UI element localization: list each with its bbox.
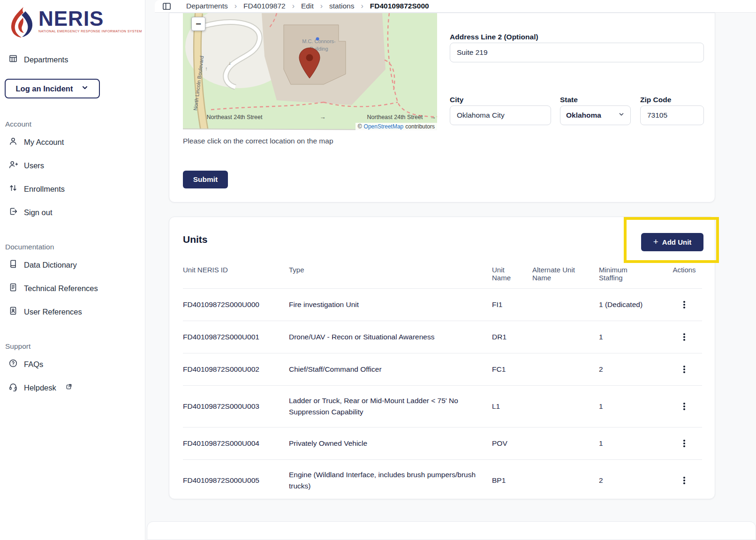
col-header-actions: Actions (666, 261, 702, 289)
log-incident-button[interactable]: Log an Incident (5, 79, 100, 98)
unit-table-row: FD40109872S000U005 Engine (Wildland Inte… (183, 460, 702, 502)
sidebar-item-label: Helpdesk (24, 383, 56, 392)
min-staffing-cell: 1 (599, 321, 666, 353)
sidebar-item-technical-references[interactable]: Technical References (0, 277, 145, 300)
svg-text:↑: ↑ (205, 66, 208, 71)
sidebar-item-departments[interactable]: Departments (0, 49, 145, 70)
section-label-account: Account (0, 118, 145, 130)
city-input[interactable] (450, 105, 551, 125)
unit-neris-id-cell: FD40109872S000U001 (183, 321, 289, 353)
map-attribution: © OpenStreetMap contributors (355, 123, 437, 131)
state-select[interactable]: Oklahoma (560, 105, 631, 125)
station-form-card: ↓ ↑ M.C. Connors- Building North Lincoln… (169, 13, 715, 202)
openstreetmap-link[interactable]: OpenStreetMap (364, 123, 404, 130)
unit-table-row: FD40109872S000U002 Chief/Staff/Command O… (183, 353, 702, 386)
svg-text:↓: ↓ (228, 60, 231, 66)
unit-table-row: FD40109872S000U001 Drone/UAV - Recon or … (183, 321, 702, 353)
logo-subtitle: NATIONAL EMERGENCY RESPONSE INFORMATION … (38, 30, 142, 33)
map-arrow: → (430, 113, 436, 120)
alt-unit-name-cell (532, 321, 599, 353)
row-actions-kebab-button[interactable] (678, 298, 691, 311)
sidebar-item-label: Sign out (24, 208, 53, 217)
sidebar-item-label: FAQs (24, 360, 43, 369)
unit-type-cell: Fire investigation Unit (289, 289, 492, 321)
units-table-header-row: Unit NERIS ID Type Unit Name Alternate U… (183, 261, 702, 289)
sign-out-icon (8, 207, 18, 218)
breadcrumb-separator: › (320, 2, 323, 10)
breadcrumb-edit[interactable]: Edit (301, 2, 314, 10)
col-header-alternate-unit-name: Alternate Unit Name (532, 261, 599, 289)
map-street-label: Northeast 24th Street (207, 114, 263, 120)
unit-name-cell: FC1 (492, 353, 532, 386)
sidebar-item-enrollments[interactable]: Enrollments (0, 177, 145, 201)
external-link-icon (62, 383, 72, 392)
departments-grid-icon (8, 54, 18, 65)
row-actions-kebab-button[interactable] (678, 474, 691, 487)
section-label-documentation: Documentation (0, 241, 145, 253)
unit-type-cell: Chief/Staff/Command Officer (289, 353, 492, 386)
row-actions-kebab-button[interactable] (678, 363, 691, 376)
unit-name-cell: FI1 (492, 289, 532, 321)
alt-unit-name-cell (532, 460, 599, 502)
sidebar-item-label: User References (24, 308, 82, 316)
sidebar-item-users[interactable]: Users (0, 154, 145, 177)
sidebar-item-faqs[interactable]: FAQs (0, 352, 145, 376)
sidebar-item-label: Users (24, 161, 44, 170)
row-actions-kebab-button[interactable] (678, 400, 691, 413)
map-arrow: → (320, 113, 326, 120)
zip-code-input[interactable] (640, 105, 704, 125)
address-line2-input[interactable] (450, 43, 704, 62)
sidebar: NERIS NATIONAL EMERGENCY RESPONSE INFORM… (0, 0, 145, 540)
sidebar-item-user-references[interactable]: User References (0, 300, 145, 323)
row-actions-kebab-button[interactable] (678, 330, 691, 344)
unit-neris-id-cell: FD40109872S000U000 (183, 289, 289, 321)
breadcrumb-bar: Departments › FD40109872 › Edit › statio… (155, 0, 756, 13)
breadcrumb-separator: › (292, 2, 295, 10)
breadcrumb-department-id[interactable]: FD40109872 (243, 2, 286, 10)
headset-icon (8, 382, 18, 393)
breadcrumb-departments[interactable]: Departments (186, 2, 228, 10)
user-plus-icon (8, 160, 18, 171)
alt-unit-name-cell (532, 428, 599, 460)
zip-code-label: Zip Code (640, 96, 671, 104)
sidebar-item-helpdesk[interactable]: Helpdesk (0, 376, 145, 399)
breadcrumb-stations[interactable]: stations (329, 2, 354, 10)
flame-logo-icon (8, 6, 37, 41)
state-label: State (560, 96, 578, 104)
sidebar-toggle-button[interactable] (162, 1, 172, 11)
location-map[interactable]: ↓ ↑ M.C. Connors- Building North Lincoln… (183, 13, 437, 131)
submit-button[interactable]: Submit (183, 171, 228, 188)
unit-type-cell: Engine (Wildland Interface, includes bru… (289, 460, 492, 502)
copyright-symbol: © (358, 123, 362, 130)
sidebar-item-sign-out[interactable]: Sign out (0, 201, 145, 224)
sort-arrows-icon (8, 183, 18, 195)
attribution-suffix: contributors (405, 123, 435, 130)
map-zoom-out-button[interactable]: − (191, 17, 205, 31)
unit-name-cell: DR1 (492, 321, 532, 353)
address-line2-label: Address Line 2 (Optional) (450, 33, 538, 41)
alt-unit-name-cell (532, 353, 599, 386)
sidebar-item-data-dictionary[interactable]: Data Dictionary (0, 253, 145, 277)
logo-title: NERIS (38, 8, 142, 29)
sidebar-item-label: Enrollments (24, 185, 65, 194)
unit-neris-id-cell: FD40109872S000U002 (183, 353, 289, 386)
neris-logo[interactable]: NERIS NATIONAL EMERGENCY RESPONSE INFORM… (0, 0, 145, 42)
unit-neris-id-cell: FD40109872S000U005 (183, 460, 289, 502)
question-circle-icon (8, 359, 18, 370)
chevron-down-icon (618, 111, 625, 120)
sidebar-item-label: Technical References (24, 284, 98, 293)
unit-neris-id-cell: FD40109872S000U003 (183, 386, 289, 428)
row-actions-kebab-button[interactable] (678, 437, 691, 450)
map-hint-text: Please click on the correct location on … (183, 137, 333, 145)
add-unit-label: Add Unit (662, 238, 691, 246)
col-header-minimum-staffing: Minimum Staffing (599, 261, 666, 289)
min-staffing-cell: 1 (Dedicated) (599, 289, 666, 321)
sidebar-item-my-account[interactable]: My Account (0, 130, 145, 154)
city-label: City (450, 96, 463, 104)
unit-table-row: FD40109872S000U000 Fire investigation Un… (183, 289, 702, 321)
min-staffing-cell: 2 (599, 460, 666, 502)
bottom-bar (147, 521, 756, 540)
add-unit-button[interactable]: + Add Unit (641, 233, 703, 251)
units-table: Unit NERIS ID Type Unit Name Alternate U… (183, 261, 702, 501)
unit-neris-id-cell: FD40109872S000U004 (183, 428, 289, 460)
